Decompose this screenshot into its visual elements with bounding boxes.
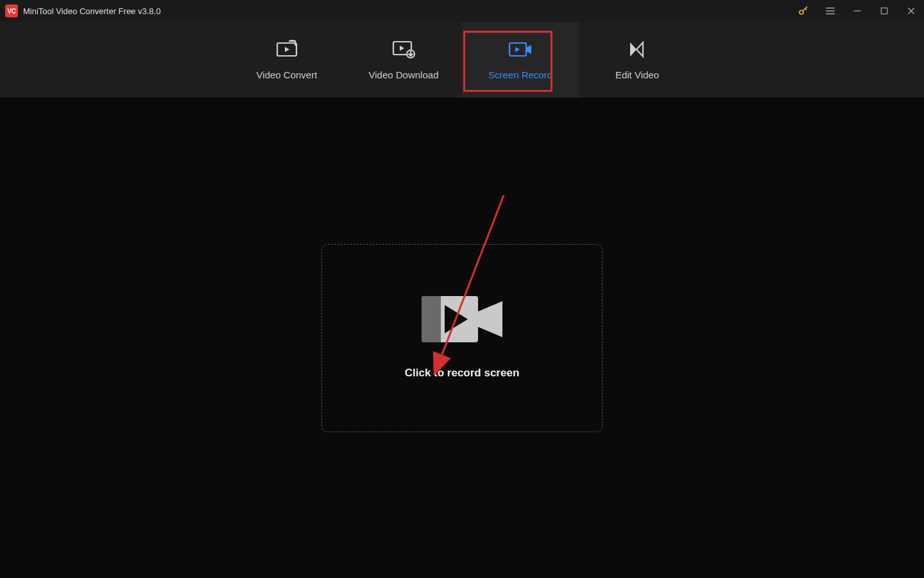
main-content: Click to record screen [0,98,924,578]
nav-item-edit-video[interactable]: Edit Video [579,22,696,98]
svg-rect-17 [438,296,441,342]
nav-label: Edit Video [615,69,659,80]
menu-icon[interactable] [823,3,838,19]
titlebar: VC MiniTool Video Converter Free v3.8.0 [0,0,924,22]
svg-point-0 [800,10,803,14]
key-icon[interactable] [796,3,811,19]
titlebar-left: VC MiniTool Video Converter Free v3.8.0 [5,4,160,17]
download-icon [391,40,416,59]
camera-icon [422,296,502,347]
nav-item-video-download[interactable]: Video Download [345,22,462,98]
record-label: Click to record screen [405,367,520,380]
close-icon[interactable] [903,3,919,19]
app-title: MiniTool Video Converter Free v3.8.0 [23,6,160,16]
nav-item-screen-record[interactable]: Screen Record [462,22,579,98]
nav-label: Screen Record [488,69,552,80]
svg-marker-14 [515,47,520,52]
nav-label: Video Convert [257,69,318,80]
nav-item-video-convert[interactable]: Video Convert [228,22,345,98]
record-dropzone[interactable]: Click to record screen [321,244,603,432]
svg-marker-9 [285,47,289,52]
nav-label: Video Download [369,69,439,80]
convert-icon [275,40,298,59]
svg-marker-11 [400,46,404,51]
svg-rect-16 [422,296,441,342]
navbar: Video Convert Video Download Screen Reco… [0,22,924,98]
svg-rect-5 [881,8,887,13]
titlebar-right [796,3,919,19]
minimize-icon[interactable] [850,3,865,19]
app-logo: VC [5,4,18,17]
edit-video-icon [628,40,647,59]
maximize-icon[interactable] [877,3,892,19]
screen-record-icon [508,40,533,59]
